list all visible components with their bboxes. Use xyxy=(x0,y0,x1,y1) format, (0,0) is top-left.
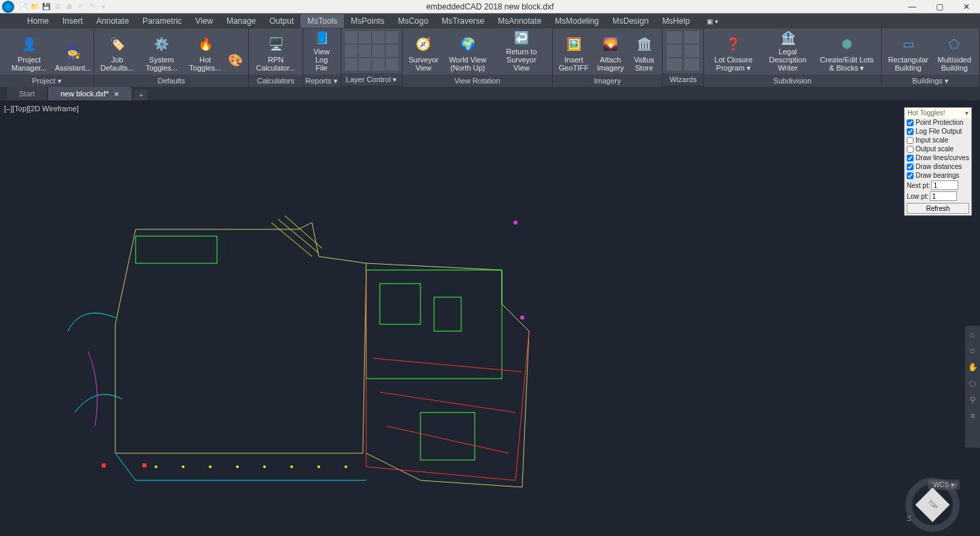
panel-title-buildings[interactable]: Buildings ▾ xyxy=(882,75,979,87)
ribbon-panel-reports: 📘View Log File Reports ▾ xyxy=(303,28,341,85)
panel-title-wizards: Wizards xyxy=(663,73,703,85)
svg-point-20 xyxy=(345,465,347,468)
qat-save-icon[interactable]: 💾 xyxy=(41,1,51,12)
wizards-col-2[interactable] xyxy=(684,31,699,71)
next-pt-label: Next pt: xyxy=(907,182,930,189)
toggle-draw-distances[interactable]: Draw distances xyxy=(905,162,971,171)
view-log-file-button[interactable]: 📘View Log File xyxy=(307,30,336,73)
menu-extra-icon[interactable]: ▣ ▾ xyxy=(707,18,718,25)
tab-start[interactable]: Start xyxy=(7,87,47,100)
ribbon-panel-defaults: 🏷️Job Defaults... ⚙️System Toggles... 🔥H… xyxy=(94,28,250,85)
menu-mscogo[interactable]: MsCogo xyxy=(391,14,435,28)
nav-home-icon[interactable]: ⌂ xyxy=(966,330,979,342)
world-view-button[interactable]: 🌍World View (North Up) xyxy=(443,30,492,73)
menu-mspoints[interactable]: MsPoints xyxy=(344,14,391,28)
toggle-draw-bearings[interactable]: Draw bearings xyxy=(905,171,971,180)
menu-mshelp[interactable]: MsHelp xyxy=(655,14,697,28)
nav-zoom-icon[interactable]: ⚲ xyxy=(966,395,979,407)
next-pt-input[interactable] xyxy=(931,180,958,190)
hot-toggles-button[interactable]: 🔥Hot Toggles... xyxy=(187,30,224,73)
menu-view[interactable]: View xyxy=(189,14,220,28)
attach-imagery-button[interactable]: 🌄Attach Imagery xyxy=(593,30,627,73)
hot-toggles-title[interactable]: Hot Toggles!▾ xyxy=(905,108,971,118)
panel-title-layer[interactable]: Layer Control ▾ xyxy=(341,73,402,85)
defaults-more-button[interactable]: 🎨 xyxy=(226,30,244,73)
refresh-button[interactable]: Refresh xyxy=(907,203,969,214)
svg-point-19 xyxy=(317,465,320,468)
nav-face-icon[interactable]: ☺ xyxy=(966,346,979,358)
menu-home[interactable]: Home xyxy=(20,14,56,28)
panel-title-project[interactable]: Project ▾ xyxy=(0,75,94,87)
return-surveyor-view-button[interactable]: ↩️Return to Surveyor View xyxy=(495,30,548,73)
valtus-store-button[interactable]: 🏛️Valtus Store xyxy=(630,30,658,73)
qat-new-icon[interactable]: 📄 xyxy=(18,1,28,12)
qat-print-icon[interactable]: 🖶 xyxy=(64,1,74,12)
lot-closure-button[interactable]: ❓Lot Closure Program ▾ xyxy=(708,30,758,73)
toggle-draw-lines-curves[interactable]: Draw lines/curves xyxy=(905,153,971,162)
toggle-point-protection[interactable]: Point Protection xyxy=(905,118,971,127)
ribbon-panel-project: 👤Project Manager... 🧙Assistant... Projec… xyxy=(0,28,94,85)
nav-more-icon[interactable]: ≡ xyxy=(966,411,979,423)
panel-title-calculators: Calculators xyxy=(249,75,302,87)
surveyor-view-button[interactable]: 🧭Surveyor View xyxy=(407,30,441,73)
layer-control-grid[interactable] xyxy=(345,31,398,71)
qat-saveas-icon[interactable]: 🗎 xyxy=(52,1,62,12)
qat-redo-icon[interactable]: ↷ xyxy=(87,1,97,12)
svg-point-14 xyxy=(182,465,184,468)
project-manager-button[interactable]: 👤Project Manager... xyxy=(4,30,54,73)
hot-toggles-panel[interactable]: Hot Toggles!▾ Point Protection Log File … xyxy=(904,107,972,216)
menu-parametric[interactable]: Parametric xyxy=(136,14,189,28)
qat-undo-icon[interactable]: ↶ xyxy=(75,1,85,12)
panel-title-imagery: Imagery xyxy=(553,75,662,87)
new-tab-button[interactable]: + xyxy=(134,90,148,100)
ribbon-panel-imagery: 🖼️Insert GeoTIFF 🌄Attach Imagery 🏛️Valtu… xyxy=(553,28,663,85)
qat-more-icon[interactable]: ▾ xyxy=(98,1,109,12)
system-toggles-button[interactable]: ⚙️System Toggles... xyxy=(139,30,184,73)
qat-open-icon[interactable]: 📁 xyxy=(29,1,39,12)
assistant-button[interactable]: 🧙Assistant... xyxy=(57,30,90,73)
svg-rect-22 xyxy=(142,463,146,467)
menu-msdesign[interactable]: MsDesign xyxy=(606,14,655,28)
menu-msmodeling[interactable]: MsModeling xyxy=(548,14,606,28)
panel-title-reports[interactable]: Reports ▾ xyxy=(303,75,340,87)
rpn-calculator-button[interactable]: 🖥️RPN Calculator... xyxy=(253,30,298,73)
quick-access-toolbar: 📄 📁 💾 🗎 🖶 ↶ ↷ ▾ xyxy=(18,1,109,12)
compass-w: W xyxy=(951,482,957,489)
ribbon-panel-view-rotation: 🧭Surveyor View 🌍World View (North Up) ↩️… xyxy=(403,28,553,85)
ribbon-panel-buildings: ▭Rectangular Building ⬠Multisided Buildi… xyxy=(882,28,980,85)
cad-drawing xyxy=(0,100,610,535)
nav-orbit-icon[interactable]: ⭮ xyxy=(966,379,979,391)
tab-active[interactable]: new block.dxf*✕ xyxy=(48,87,132,100)
view-cube[interactable]: TOP W S xyxy=(905,478,960,532)
minimize-button[interactable]: — xyxy=(899,0,926,14)
svg-line-5 xyxy=(373,358,522,372)
job-defaults-button[interactable]: 🏷️Job Defaults... xyxy=(98,30,136,73)
panel-title-subdivision: Subdivision xyxy=(704,75,880,87)
legal-description-button[interactable]: 🏦Legal Description Writer xyxy=(761,30,814,73)
app-icon[interactable] xyxy=(2,1,14,13)
close-button[interactable]: ✕ xyxy=(953,0,980,14)
wizards-col-1[interactable] xyxy=(667,31,682,71)
insert-geotiff-button[interactable]: 🖼️Insert GeoTIFF xyxy=(557,30,591,73)
menu-output[interactable]: Output xyxy=(262,14,300,28)
toggle-input-scale[interactable]: Input scale xyxy=(905,136,971,145)
create-lots-blocks-button[interactable]: ⬢Create/Edit Lots & Blocks ▾ xyxy=(817,30,877,73)
menu-mstools[interactable]: MsTools xyxy=(300,14,344,28)
ribbon-panel-wizards: Wizards xyxy=(663,28,704,85)
menu-mstraverse[interactable]: MsTraverse xyxy=(435,14,491,28)
tab-close-icon[interactable]: ✕ xyxy=(114,91,119,98)
menu-annotate[interactable]: Annotate xyxy=(90,14,136,28)
toggle-output-scale[interactable]: Output scale xyxy=(905,145,971,153)
menu-insert[interactable]: Insert xyxy=(56,14,90,28)
menu-msannotate[interactable]: MsAnnotate xyxy=(491,14,548,28)
viewport[interactable]: [–][Top][2D Wireframe] xyxy=(0,100,980,536)
multisided-building-button[interactable]: ⬠Multisided Building xyxy=(934,30,975,73)
toggle-log-file-output[interactable]: Log File Output xyxy=(905,127,971,136)
menu-manage[interactable]: Manage xyxy=(220,14,262,28)
rectangular-building-button[interactable]: ▭Rectangular Building xyxy=(886,30,931,73)
title-bar: 📄 📁 💾 🗎 🖶 ↶ ↷ ▾ embeddedCAD 2018 new blo… xyxy=(0,0,980,14)
panel-menu-icon[interactable]: ▾ xyxy=(965,109,968,117)
nav-pan-icon[interactable]: ✋ xyxy=(966,362,979,375)
maximize-button[interactable]: ▢ xyxy=(926,0,953,14)
low-pt-input[interactable] xyxy=(930,191,957,201)
